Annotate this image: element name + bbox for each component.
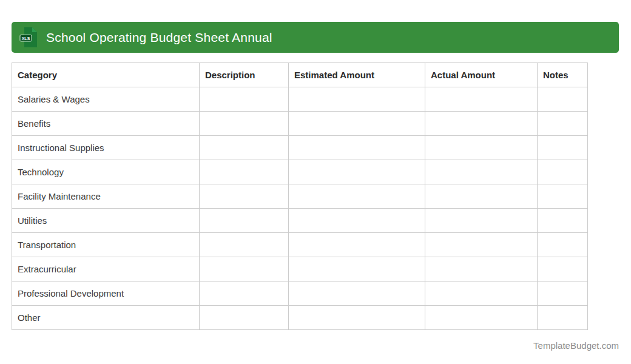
notes-cell	[538, 257, 588, 281]
estimated-amount-cell	[289, 257, 425, 281]
estimated-amount-cell	[289, 87, 425, 112]
notes-cell	[538, 184, 588, 209]
estimated-amount-cell	[289, 136, 425, 160]
page: XLS School Operating Budget Sheet Annual…	[0, 0, 631, 364]
description-cell	[200, 160, 289, 184]
actual-amount-cell	[425, 112, 538, 136]
description-cell	[200, 112, 289, 136]
site-watermark: TemplateBudget.com	[533, 340, 619, 351]
description-cell	[200, 257, 289, 281]
category-cell: Instructional Supplies	[12, 136, 200, 160]
column-header-actual-amount: Actual Amount	[425, 63, 538, 87]
page-title: School Operating Budget Sheet Annual	[46, 30, 272, 45]
description-cell	[200, 209, 289, 233]
notes-cell	[538, 136, 588, 160]
notes-cell	[538, 112, 588, 136]
xls-icon-label: XLS	[22, 36, 30, 41]
notes-cell	[538, 87, 588, 112]
category-cell: Facility Maintenance	[12, 184, 200, 209]
actual-amount-cell	[425, 233, 538, 257]
actual-amount-cell	[425, 209, 538, 233]
table-row: Extracurricular	[12, 257, 588, 281]
header-row: Category Description Estimated Amount Ac…	[12, 63, 588, 87]
table-row: Utilities	[12, 209, 588, 233]
actual-amount-cell	[425, 306, 538, 330]
category-cell: Professional Development	[12, 281, 200, 306]
category-cell: Benefits	[12, 112, 200, 136]
description-cell	[200, 306, 289, 330]
description-cell	[200, 136, 289, 160]
notes-cell	[538, 160, 588, 184]
xls-file-icon: XLS	[19, 27, 38, 48]
column-header-estimated-amount: Estimated Amount	[289, 63, 425, 87]
description-cell	[200, 233, 289, 257]
table-row: Other	[12, 306, 588, 330]
table-row: Technology	[12, 160, 588, 184]
actual-amount-cell	[425, 257, 538, 281]
notes-cell	[538, 233, 588, 257]
actual-amount-cell	[425, 87, 538, 112]
estimated-amount-cell	[289, 306, 425, 330]
estimated-amount-cell	[289, 233, 425, 257]
description-cell	[200, 184, 289, 209]
category-cell: Other	[12, 306, 200, 330]
budget-table: Category Description Estimated Amount Ac…	[12, 62, 588, 330]
estimated-amount-cell	[289, 112, 425, 136]
estimated-amount-cell	[289, 160, 425, 184]
category-cell: Utilities	[12, 209, 200, 233]
estimated-amount-cell	[289, 281, 425, 306]
table-row: Professional Development	[12, 281, 588, 306]
category-cell: Salaries & Wages	[12, 87, 200, 112]
description-cell	[200, 281, 289, 306]
column-header-description: Description	[200, 63, 289, 87]
table-row: Transportation	[12, 233, 588, 257]
notes-cell	[538, 209, 588, 233]
column-header-notes: Notes	[538, 63, 588, 87]
table-row: Benefits	[12, 112, 588, 136]
actual-amount-cell	[425, 281, 538, 306]
table-row: Facility Maintenance	[12, 184, 588, 209]
table-row: Salaries & Wages	[12, 87, 588, 112]
notes-cell	[538, 306, 588, 330]
actual-amount-cell	[425, 160, 538, 184]
category-cell: Extracurricular	[12, 257, 200, 281]
actual-amount-cell	[425, 136, 538, 160]
table-row: Instructional Supplies	[12, 136, 588, 160]
description-cell	[200, 87, 289, 112]
estimated-amount-cell	[289, 184, 425, 209]
estimated-amount-cell	[289, 209, 425, 233]
notes-cell	[538, 281, 588, 306]
title-banner: XLS School Operating Budget Sheet Annual	[12, 22, 619, 53]
category-cell: Technology	[12, 160, 200, 184]
column-header-category: Category	[12, 63, 200, 87]
category-cell: Transportation	[12, 233, 200, 257]
actual-amount-cell	[425, 184, 538, 209]
